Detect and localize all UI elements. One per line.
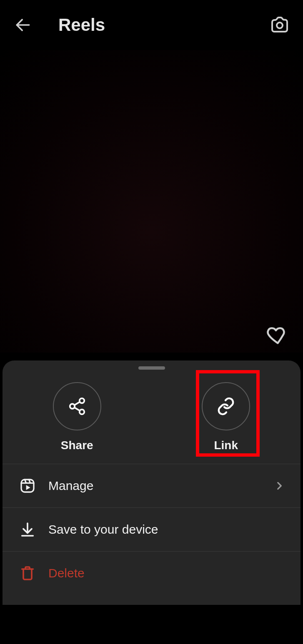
top-bar: Reels [0,0,303,50]
trash-icon [18,564,37,582]
share-icon-circle [53,382,101,430]
share-icon [68,397,87,416]
svg-line-6 [74,408,80,411]
manage-row[interactable]: Manage [3,464,300,508]
reels-icon [18,477,37,495]
svg-marker-11 [26,485,30,490]
camera-button[interactable] [269,14,290,36]
download-icon [18,520,37,539]
svg-rect-7 [21,480,34,492]
like-button[interactable] [265,323,287,346]
svg-point-1 [277,22,283,28]
page-title: Reels [58,15,105,35]
sheet-list: Manage Save to your device [3,464,300,595]
link-icon-circle [202,382,250,430]
link-action[interactable]: Link [152,382,301,452]
delete-row[interactable]: Delete [3,552,300,595]
save-label: Save to your device [48,522,285,537]
action-sheet: Share Link [3,361,300,605]
reel-video-area[interactable] [0,50,303,353]
share-action[interactable]: Share [3,382,152,452]
sheet-top-actions: Share Link [3,378,300,464]
link-label: Link [214,439,238,452]
back-button[interactable] [13,15,33,35]
chevron-right-icon [274,480,285,491]
share-label: Share [61,439,93,452]
drag-handle[interactable] [138,366,165,370]
save-row[interactable]: Save to your device [3,508,300,552]
svg-line-5 [74,402,80,405]
delete-label: Delete [48,566,285,580]
link-icon [216,397,235,416]
manage-label: Manage [48,479,274,493]
